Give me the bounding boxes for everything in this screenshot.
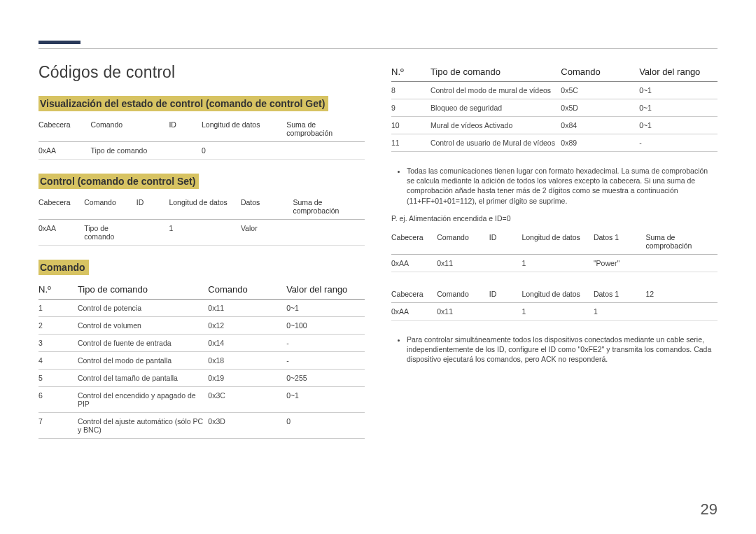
td: Control de volumen [78, 317, 208, 335]
heading-comando: Comando [38, 260, 89, 275]
th: N.º [38, 281, 78, 300]
table-row: 6Control del encendido y apagado de PIP0… [38, 387, 365, 413]
table-row: 2Control de volumen0x120~100 [38, 317, 365, 335]
td: "Power" [594, 254, 646, 272]
td: 0 [202, 142, 286, 160]
td: 0x11 [208, 300, 286, 317]
cmd-rows-right: 8Control del modo de mural de vídeos0x5C… [391, 82, 718, 152]
td [645, 254, 718, 272]
td: Control de fuente de entrada [78, 335, 208, 352]
td: 0x11 [437, 254, 489, 272]
table-row: 8Control del modo de mural de vídeos0x5C… [391, 82, 718, 99]
td: 0 [286, 413, 365, 439]
th: Tipo de comando [430, 63, 561, 82]
td: 0xAA [38, 220, 84, 246]
td: - [286, 335, 365, 352]
table-row: 7Control del ajuste automático (sólo PC … [38, 413, 365, 439]
th: Valor del rango [286, 281, 365, 300]
th: Longitud de datos [522, 286, 594, 303]
td: Mural de vídeos Activado [430, 117, 561, 134]
example-label: P. ej. Alimentación encendida e ID=0 [391, 214, 718, 223]
table-comando-left: N.º Tipo de comando Comando Valor del ra… [38, 281, 365, 439]
th: Datos [241, 195, 293, 220]
table-row: 3Control de fuente de entrada0x14- [38, 335, 365, 352]
th: Cabecera [391, 286, 437, 303]
td: - [286, 352, 365, 370]
table-row: 9Bloqueo de seguridad0x5D0~1 [391, 99, 718, 117]
td [136, 220, 169, 246]
table-row: 4Control del modo de pantalla0x18- [38, 352, 365, 370]
th: ID [489, 286, 522, 303]
td: 0~1 [639, 82, 718, 99]
td [293, 220, 365, 246]
th: Cabecera [391, 230, 437, 255]
th: Suma de comprobación [286, 117, 365, 142]
td: Tipo de comando [84, 220, 136, 246]
td [169, 142, 202, 160]
th: ID [136, 195, 169, 220]
td [645, 302, 718, 320]
td: 7 [38, 413, 78, 439]
td: 0x18 [208, 352, 286, 370]
th: Cabecera [38, 195, 84, 220]
td: 1 [522, 302, 594, 320]
td: - [639, 134, 718, 152]
td: 3 [38, 335, 78, 352]
note-list-1: Todas las comunicaciones tienen lugar co… [391, 166, 718, 206]
th: Tipo de comando [78, 281, 208, 300]
right-column: N.º Tipo de comando Comando Valor del ra… [391, 63, 718, 453]
td: 0~1 [639, 99, 718, 117]
td: 0x19 [208, 370, 286, 387]
accent-bar [38, 41, 80, 44]
td [489, 254, 522, 272]
td: Control del modo de mural de vídeos [430, 82, 561, 99]
td: 4 [38, 352, 78, 370]
th: Comando [437, 286, 489, 303]
th: Valor del rango [639, 63, 718, 82]
cmd-rows-left: 1Control de potencia0x110~12Control de v… [38, 300, 365, 439]
heading-get: Visualización del estado de control (com… [38, 96, 328, 111]
td: 1 [38, 300, 78, 317]
th: Suma de comprobación [293, 195, 365, 220]
td: 0~100 [286, 317, 365, 335]
td: Valor [241, 220, 293, 246]
td: 8 [391, 82, 430, 99]
td: 0~1 [286, 300, 365, 317]
td: 0x3C [208, 387, 286, 413]
table-row: 5Control del tamaño de pantalla0x190~255 [38, 370, 365, 387]
table-row: 10Mural de vídeos Activado0x840~1 [391, 117, 718, 134]
page-title: Códigos de control [38, 63, 365, 82]
th: Cabecera [38, 117, 91, 142]
td: 0xAA [391, 254, 437, 272]
table-example-2: Cabecera Comando ID Longitud de datos Da… [391, 286, 718, 321]
td: Control de usuario de Mural de vídeos [430, 134, 561, 152]
td: Tipo de comando [91, 142, 169, 160]
th: ID [489, 230, 522, 255]
td: 0x3D [208, 413, 286, 439]
td: 0xAA [391, 302, 437, 320]
td: 0x5C [561, 82, 639, 99]
table-row: 11Control de usuario de Mural de vídeos0… [391, 134, 718, 152]
note-list-2: Para controlar simultáneamente todos los… [391, 335, 718, 365]
th: Comando [561, 63, 639, 82]
td: 9 [391, 99, 430, 117]
td: 5 [38, 370, 78, 387]
th: Comando [84, 195, 136, 220]
td: Control del encendido y apagado de PIP [78, 387, 208, 413]
page-number: 29 [701, 500, 718, 519]
td: 2 [38, 317, 78, 335]
th: Comando [208, 281, 286, 300]
th: Longitud de datos [169, 195, 241, 220]
th: ID [169, 117, 202, 142]
td: Control del modo de pantalla [78, 352, 208, 370]
table-get: Cabecera Comando ID Longitud de datos Su… [38, 117, 365, 160]
td: 1 [522, 254, 594, 272]
left-column: Códigos de control Visualización del est… [38, 63, 365, 453]
td: 0x11 [437, 302, 489, 320]
th: Longitud de datos [522, 230, 594, 255]
heading-set: Control (comando de control Set) [38, 174, 199, 189]
td: 0x5D [561, 99, 639, 117]
td: 0x84 [561, 117, 639, 134]
td: 0x89 [561, 134, 639, 152]
td: 0~1 [639, 117, 718, 134]
